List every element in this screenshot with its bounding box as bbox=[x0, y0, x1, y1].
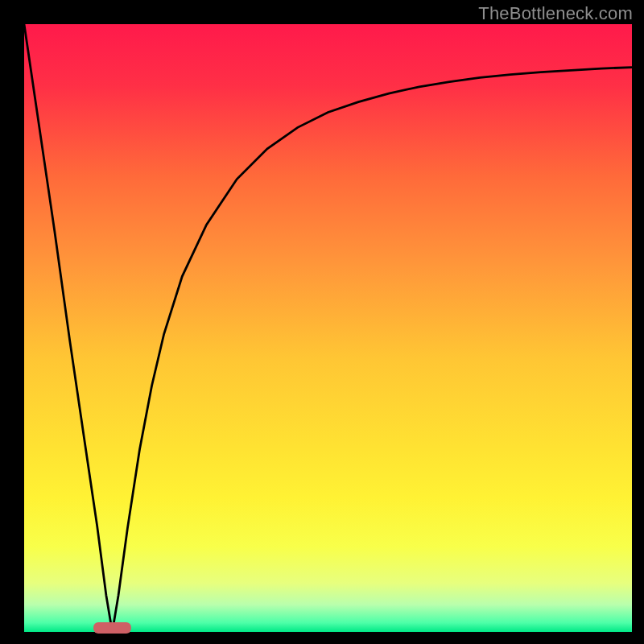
chart-svg bbox=[0, 0, 644, 644]
chart-frame: TheBottleneck.com bbox=[0, 0, 644, 644]
watermark-text: TheBottleneck.com bbox=[478, 3, 633, 24]
plot-area bbox=[24, 24, 632, 632]
optimal-marker bbox=[93, 622, 131, 634]
